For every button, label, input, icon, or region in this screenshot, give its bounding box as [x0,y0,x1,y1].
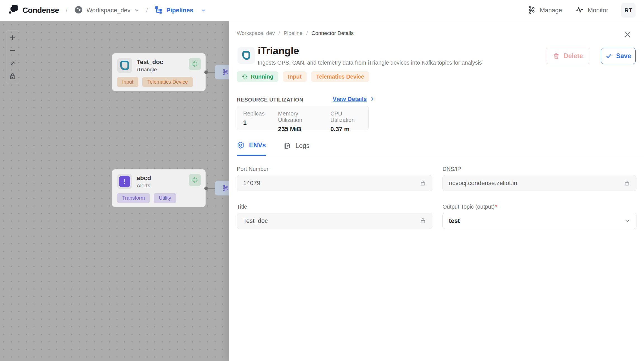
manage-menu[interactable]: Manage [527,6,562,15]
chevron-down-icon [624,218,630,224]
field-label: Title [237,204,432,210]
breadcrumb: Workspace_dev / Pipeline / Connector Det… [237,30,354,36]
topic-chip[interactable]: test [215,65,229,79]
connector-logo-icon [238,47,255,64]
dns-ip-field: DNS/IP [442,166,636,191]
workspace-switcher[interactable]: Workspace_dev [74,5,139,15]
brand-name: Condense [22,6,59,15]
kafka-topic-icon [222,69,229,75]
badges-row: Running Input Telematics Device [237,71,369,82]
zoom-in-button[interactable] [8,33,18,43]
pipelines-icon [155,6,163,15]
env-hexagon-icon [237,141,245,149]
brand[interactable]: Condense [8,5,59,16]
field-label: DNS/IP [442,166,636,172]
workspace-label: Workspace_dev [86,7,130,14]
field-label: Output Topic (output)* [442,204,636,210]
edge-handle[interactable] [204,70,208,74]
manage-kafka-icon [527,6,536,15]
top-nav: Condense / Workspace_dev / [0,0,644,21]
workspace-icon [74,5,83,15]
title-input[interactable] [243,217,420,225]
topic-chip[interactable]: test [215,181,229,195]
node-test-doc[interactable]: Test_doc iTriangle Input Telematics Devi… [112,53,206,91]
tabs-divider [229,156,644,156]
required-asterisk: * [495,204,497,210]
node-running-spinner-icon [189,58,201,70]
breadcrumb-workspace[interactable]: Workspace_dev [237,30,275,36]
kafka-topic-icon [222,185,229,192]
lock-icon [624,180,630,186]
edge-test-topic[interactable]: test [204,181,229,195]
dns-ip-input[interactable] [449,180,624,187]
pipelines-chevron-down-icon [201,8,206,13]
monitor-menu[interactable]: Monitor [575,5,608,15]
lock-icon [420,218,426,224]
node-tag: Input [117,77,138,87]
edge-line [208,72,215,73]
node-tag: Transform [117,193,150,203]
panel-actions: Delete Save [546,48,636,64]
itriangle-node-icon [117,58,132,73]
trash-icon [553,53,560,59]
port-number-field: Port Number [237,166,432,191]
selected-topic: test [449,217,460,225]
nav-right: Manage Monitor RT [527,3,636,18]
zoom-out-button[interactable] [8,46,18,56]
edge-line [208,188,215,189]
port-number-input[interactable] [243,180,420,187]
view-details-link[interactable]: View Details [333,96,375,102]
nav-separator: / [66,7,67,14]
category-badge: Telematics Device [311,71,369,82]
category-badge: Input [283,71,307,82]
title-field: Title [237,204,432,229]
close-icon [623,30,632,39]
close-panel-button[interactable] [623,30,632,39]
replicas-stat: Replicas 1 [243,110,265,126]
monitor-label: Monitor [588,7,608,14]
condense-logo-icon [8,5,18,16]
manage-label: Manage [540,7,562,14]
node-tag: Telematics Device [142,77,193,87]
logs-document-icon [284,142,291,149]
running-spinner-icon [242,74,248,80]
nav-separator: / [146,7,148,14]
field-label: Port Number [237,166,432,172]
memory-stat: Memory Utilization 235 MiB [278,110,317,126]
node-subtitle: iTriangle [137,67,163,73]
node-title: Test_doc [137,58,163,66]
resource-utilization-card: Replicas 1 Memory Utilization 235 MiB CP… [237,106,369,130]
alerts-node-icon: ! [117,174,132,189]
lock-icon [420,180,426,186]
edge-test-topic[interactable]: test [204,65,229,79]
user-avatar[interactable]: RT [621,3,636,18]
chevron-right-icon [370,96,375,102]
edge-handle[interactable] [204,187,208,190]
monitor-pulse-icon [575,5,584,15]
workspace-chevron-down-icon [134,8,139,13]
pipelines-switcher[interactable]: Pipelines [155,6,206,15]
output-topic-select[interactable]: test [442,213,636,229]
breadcrumb-pipeline[interactable]: Pipeline [284,30,303,36]
tab-envs[interactable]: ENVs [237,141,266,156]
app-root: Condense / Workspace_dev / [0,0,644,361]
panel-tabs: ENVs Logs [237,141,309,156]
node-running-spinner-icon [189,174,201,186]
node-tag: Utility [154,193,176,203]
cpu-stat: CPU Utilization 0.37 m [330,110,362,126]
node-title: abcd [137,174,151,182]
lock-canvas-button[interactable] [8,71,18,81]
delete-button[interactable]: Delete [546,48,590,64]
status-badge: Running [237,71,278,82]
resource-utilization-label: RESOURCE UTILIZATION [237,97,303,103]
connector-description: Ingests GPS, CAN, and telemetry data fro… [258,60,482,66]
node-abcd[interactable]: ! abcd Alerts Transform Utility [112,169,206,207]
pipelines-label: Pipelines [166,7,193,14]
connector-title: iTriangle [258,45,299,57]
save-button[interactable]: Save [601,48,636,64]
pipeline-canvas[interactable]: Test_doc iTriangle Input Telematics Devi… [0,21,229,361]
canvas-toolbar [6,30,19,84]
check-icon [605,53,612,59]
fit-view-button[interactable] [8,58,18,69]
tab-logs[interactable]: Logs [284,141,309,156]
